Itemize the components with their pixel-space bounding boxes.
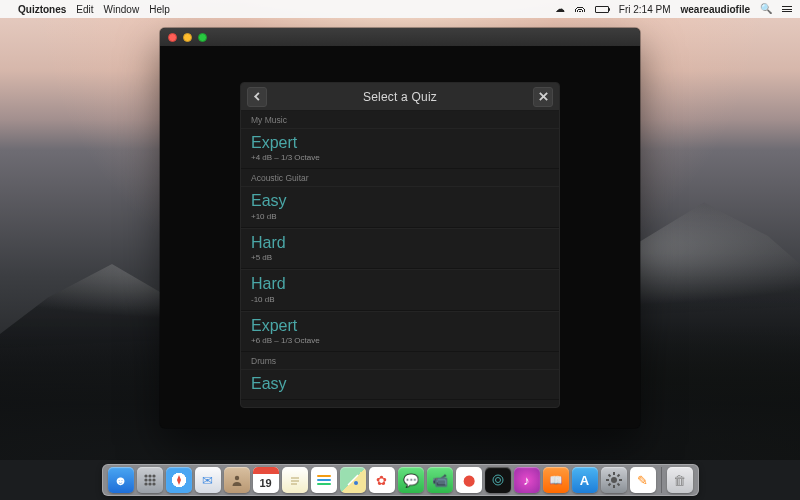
section-header-my-music: My Music [241,111,559,128]
spotlight-search-icon[interactable]: 🔍 [760,4,772,14]
svg-point-4 [148,478,151,481]
cloud-icon[interactable]: ☁ [555,4,565,14]
quiz-list[interactable]: My Music Expert +4 dB – 1/3 Octave Acous… [241,111,559,407]
dock-app-itunes[interactable]: ♪ [514,467,540,493]
menubar-item-help[interactable]: Help [149,4,170,15]
dock-app-notes[interactable] [282,467,308,493]
quiz-item[interactable]: Hard -10 dB [241,269,559,310]
quiz-level: Expert [251,134,549,152]
dock-app-quiztones[interactable] [485,467,511,493]
dock-app-photos[interactable]: ✿ [369,467,395,493]
itunes-icon: ♪ [523,473,530,488]
facetime-icon: 📹 [432,473,448,488]
mail-icon: ✉ [202,473,213,488]
svg-point-17 [611,477,617,483]
dock-separator [661,467,662,493]
svg-point-7 [148,482,151,485]
notification-center-icon[interactable] [782,6,792,11]
window-titlebar[interactable] [160,28,640,46]
dock-app-maps[interactable] [340,467,366,493]
section-header-acoustic-guitar: Acoustic Guitar [241,169,559,186]
dock: ☻ ✉ 19 ✿ 💬 📹 ⬤ ♪ 📖 A ✎ � [102,464,699,496]
svg-point-3 [144,478,147,481]
close-panel-button[interactable] [533,87,553,107]
quiz-level: Hard [251,275,549,293]
svg-point-8 [152,482,155,485]
trash-icon: 🗑 [673,473,686,488]
wifi-icon[interactable] [575,4,585,14]
maps-icon [346,473,360,487]
quiz-detail: -10 dB [251,295,549,304]
quiz-item[interactable]: Expert +4 dB – 1/3 Octave [241,128,559,169]
dock-app-messages[interactable]: 💬 [398,467,424,493]
menubar-item-window[interactable]: Window [104,4,140,15]
battery-icon[interactable] [595,6,609,13]
messages-icon: 💬 [403,473,419,488]
dock-app-reminders[interactable] [311,467,337,493]
menubar-item-edit[interactable]: Edit [76,4,93,15]
notes-icon [288,473,302,487]
svg-line-22 [608,475,610,477]
pages-icon: ✎ [637,473,648,488]
svg-point-14 [354,481,358,485]
safari-icon [171,472,187,488]
quiz-level: Expert [251,317,549,335]
recorder-icon: ⬤ [463,474,475,487]
svg-line-25 [608,484,610,486]
app-body: Select a Quiz My Music Expert +4 dB – 1/… [160,46,640,428]
dock-trash[interactable]: 🗑 [667,467,693,493]
window-minimize-button[interactable] [183,33,192,42]
dock-app-contacts[interactable] [224,467,250,493]
window-zoom-button[interactable] [198,33,207,42]
quiz-item[interactable]: Easy [241,369,559,400]
section-header-drums: Drums [241,352,559,369]
svg-point-5 [152,478,155,481]
svg-point-6 [144,482,147,485]
menubar-app-name[interactable]: Quiztones [18,4,66,15]
dock-app-ibooks[interactable]: 📖 [543,467,569,493]
back-button[interactable] [247,87,267,107]
quiz-level: Easy [251,375,549,393]
quiz-item[interactable]: Easy +10 dB [241,186,559,227]
ibooks-icon: 📖 [549,474,563,487]
svg-line-24 [617,475,619,477]
contacts-icon [230,473,244,487]
dock-app-calendar[interactable]: 19 [253,467,279,493]
gear-icon [605,471,623,489]
svg-marker-9 [177,475,181,485]
quiz-item[interactable]: Hard +5 dB [241,228,559,269]
quiz-detail: +4 dB – 1/3 Octave [251,153,549,162]
svg-point-0 [144,474,147,477]
dock-app-pages[interactable]: ✎ [630,467,656,493]
photos-icon: ✿ [376,473,387,488]
calendar-day-label: 19 [259,477,271,489]
dock-app-recorder[interactable]: ⬤ [456,467,482,493]
dock-app-appstore[interactable]: A [572,467,598,493]
dock-app-mail[interactable]: ✉ [195,467,221,493]
quiztones-icon [490,472,506,488]
dock-app-finder[interactable]: ☻ [108,467,134,493]
reminders-icon [317,475,331,485]
app-window: Select a Quiz My Music Expert +4 dB – 1/… [160,28,640,428]
menubar-clock[interactable]: Fri 2:14 PM [619,4,671,15]
quiz-detail: +6 dB – 1/3 Octave [251,336,549,345]
dock-app-safari[interactable] [166,467,192,493]
launchpad-icon [142,472,158,488]
menubar-user[interactable]: weareaudiofile [681,4,750,15]
svg-point-15 [493,475,503,485]
macos-menubar: Quiztones Edit Window Help ☁ Fri 2:14 PM… [0,0,800,18]
dock-app-launchpad[interactable] [137,467,163,493]
panel-title: Select a Quiz [267,90,533,104]
window-close-button[interactable] [168,33,177,42]
finder-icon: ☻ [114,473,128,488]
dock-container: ☻ ✉ 19 ✿ 💬 📹 ⬤ ♪ 📖 A ✎ � [0,464,800,496]
svg-point-16 [495,478,500,483]
quiz-select-panel: Select a Quiz My Music Expert +4 dB – 1/… [240,82,560,408]
quiz-detail: +5 dB [251,253,549,262]
dock-app-facetime[interactable]: 📹 [427,467,453,493]
quiz-item[interactable]: Expert +6 dB – 1/3 Octave [241,311,559,352]
panel-header: Select a Quiz [241,83,559,111]
svg-point-1 [148,474,151,477]
quiz-detail: +10 dB [251,212,549,221]
dock-app-settings[interactable] [601,467,627,493]
